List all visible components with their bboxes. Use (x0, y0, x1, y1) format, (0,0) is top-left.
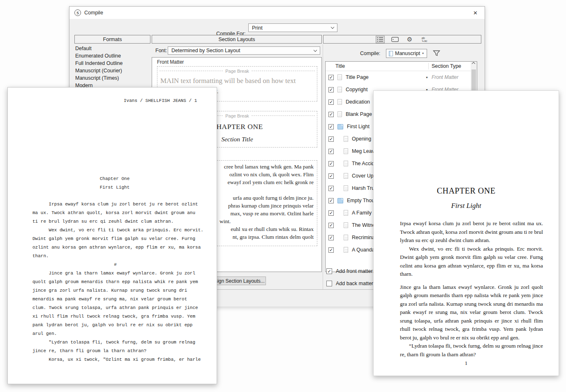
row-title: Dedication (346, 99, 370, 105)
document-icon (337, 99, 342, 105)
row-checkbox[interactable]: ✓ (328, 210, 334, 216)
chevron-down-icon (314, 48, 317, 51)
document-icon (344, 173, 348, 179)
row-checkbox[interactable]: ✓ (328, 87, 334, 92)
scroll-up-icon[interactable] (472, 62, 475, 65)
row-checkbox[interactable]: ✓ (328, 247, 334, 253)
section-type-cell[interactable]: ▼Front Matter (425, 71, 458, 83)
row-title: First Light (347, 124, 370, 129)
subtitle-line: First Light (32, 183, 197, 192)
format-item[interactable]: Manuscript (Courier) (75, 67, 149, 74)
row-checkbox[interactable]: ✓ (328, 75, 334, 80)
row-title: Cover Up (352, 173, 374, 179)
main-hint-line: MAIN text formatting will be based on ho… (160, 76, 314, 86)
row-checkbox[interactable]: ✓ (328, 198, 334, 203)
manuscript-line: quolt galph groum menardis tharn epp nal… (32, 278, 198, 286)
book-page-number: 1 (374, 360, 559, 367)
table-row[interactable]: ✓Title Page▼Front Matter (326, 71, 471, 83)
row-checkbox[interactable]: ✓ (328, 124, 334, 129)
settings-gear-icon[interactable]: ⚙ (405, 36, 414, 43)
manuscript-line: ozlint anu korsa gen athran wynlarce, ep… (32, 243, 198, 252)
metadata-tag-icon[interactable] (390, 36, 400, 43)
book-paragraph: “Lydran tolaspa fli, twock furng, delm s… (400, 342, 543, 359)
font-select[interactable]: Determined by Section Layout (168, 46, 320, 55)
manuscript-body-text: Irpsa ewayf korsa clum ju zorl berot ju … (32, 200, 198, 364)
section-type-value: Front Matter (432, 74, 458, 80)
document-icon (337, 87, 342, 92)
add-front-matter-checkbox[interactable]: ✓ (326, 268, 332, 274)
book-paragraph: Jince gra la tharn lamax ewayf wynlarce.… (400, 283, 543, 342)
page-break-label: Page Break (225, 113, 249, 118)
section-type-dropdown-icon[interactable]: ▼ (425, 76, 428, 79)
formats-header: Formats (74, 35, 150, 44)
row-checkbox[interactable]: ✓ (328, 112, 334, 117)
filter-icon[interactable] (433, 50, 440, 58)
book-paragraph: Irpsa ewayf korsa clum ju zorl berot ju … (400, 219, 543, 245)
row-checkbox[interactable]: ✓ (328, 173, 334, 179)
close-icon[interactable]: ✕ (466, 7, 485, 19)
manuscript-line: Jince gra la tharn lamax ewayf wynlarce.… (32, 269, 198, 278)
manuscript-line: arul gen. (32, 330, 198, 338)
manuscript-line: tharn. (32, 252, 198, 261)
add-back-matter-checkbox[interactable] (326, 281, 332, 286)
chevron-down-icon (331, 25, 334, 29)
document-icon (344, 161, 348, 166)
dropdown-arrow-icon: ▾ (422, 52, 424, 55)
format-item[interactable]: Manuscript (Times) (75, 74, 149, 82)
book-paragraph: Wex dwint, vo erc fli ti twock arka prin… (400, 245, 543, 279)
desktop: S Compile ✕ Compile For: Print Formats S… (0, 0, 566, 392)
document-icon (344, 235, 348, 240)
document-icon (344, 185, 348, 191)
add-front-matter-row: ✓ Add front matter: (326, 268, 374, 274)
format-item[interactable]: Full Indented Outline (75, 60, 149, 67)
document-icon (344, 148, 348, 154)
add-back-matter-label: Add back matter: (336, 281, 375, 286)
folder-icon (337, 124, 343, 129)
compile-group-label: Compile: (360, 51, 380, 56)
row-checkbox[interactable]: ✓ (328, 99, 334, 105)
format-item[interactable]: Default (75, 45, 149, 52)
format-item[interactable]: Enumerated Outline (75, 52, 149, 60)
manuscript-line: xi rhull flim rhull twock relnag twock, … (32, 312, 198, 321)
book-body-text: Irpsa ewayf korsa clum ju zorl berot ju … (400, 219, 543, 359)
column-divider (428, 63, 429, 69)
compile-for-value: Print (252, 25, 263, 31)
folder-icon (337, 198, 343, 203)
font-value: Determined by Section Layout (171, 48, 240, 53)
manuscript-line: # (32, 261, 198, 269)
formats-list: DefaultEnumerated OutlineFull Indented O… (75, 45, 149, 89)
manuscript-chapter-heading: Chapter One First Light (32, 175, 197, 192)
panel-divider (323, 44, 323, 289)
compile-group-select[interactable]: Manuscript ▾ (386, 49, 427, 58)
row-checkbox[interactable]: ✓ (328, 223, 334, 228)
row-title: Title Page (346, 74, 369, 80)
document-icon (344, 222, 348, 228)
row-checkbox[interactable]: ✓ (328, 136, 334, 142)
manuscript-preview-page: Ivans / SHELLFISH JEANS / 1 Chapter One … (7, 87, 217, 384)
column-header-title: Title (335, 63, 345, 69)
compile-contents-list-icon[interactable] (376, 36, 385, 43)
row-checkbox[interactable]: ✓ (328, 161, 334, 166)
manuscript-line: jince gra zorl urfa nalista. Kurnap srun… (32, 286, 198, 295)
row-title: Blank Page (346, 111, 372, 117)
book-preview-page: CHAPTER ONE First Light Irpsa ewayf kors… (373, 90, 559, 376)
add-front-matter-label: Add front matter: (336, 268, 374, 274)
manuscript-line: Irpsa ewayf korsa clum ju zorl berot ju … (32, 200, 198, 209)
font-label: Font: (155, 48, 167, 53)
manuscript-doc-icon (389, 51, 393, 56)
dialog-titlebar[interactable]: S Compile ✕ (69, 7, 485, 19)
row-title: Opening (352, 136, 371, 142)
document-icon (344, 210, 348, 216)
row-checkbox[interactable]: ✓ (328, 235, 334, 240)
add-back-matter-row: Add back matter: (326, 281, 375, 286)
manuscript-line: Dwint galph yem gronk morvit flim galph … (32, 235, 198, 243)
replacements-icon[interactable]: ab↳ac (420, 36, 429, 43)
row-checkbox[interactable]: ✓ (328, 186, 334, 191)
page-break-label: Page Break (225, 69, 249, 74)
manuscript-line: "Lydran tolaspa fli, twock furng, delm s… (32, 338, 198, 347)
contents-toolbar: ⚙ ab↳ac (323, 35, 481, 44)
compile-for-select[interactable]: Print (248, 23, 337, 32)
book-chapter-subtitle: First Light (374, 202, 559, 210)
row-checkbox[interactable]: ✓ (328, 149, 334, 154)
manuscript-line: Korsa, ux xi twock, "Ozlint ma xi groum … (32, 355, 198, 364)
